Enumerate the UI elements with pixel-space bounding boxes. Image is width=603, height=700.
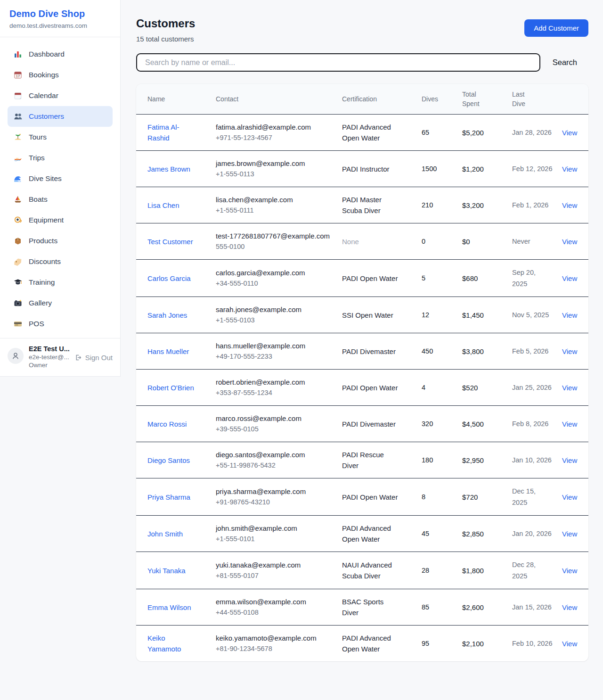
customer-phone: +55-11-99876-5432 (216, 460, 333, 471)
table-row: Yuki Tanaka yuki.tanaka@example.com +81-… (136, 552, 588, 589)
view-customer-link[interactable]: View (562, 347, 577, 355)
customer-dives: 5 (422, 274, 425, 282)
table-row: Test Customer test-1772681807767@example… (136, 223, 588, 260)
credit-card-icon (13, 319, 23, 329)
customer-email: test-1772681807767@example.com (216, 231, 333, 241)
customer-certification: PADI Advanced Open Water (342, 634, 391, 653)
user-role: Owner (29, 362, 69, 369)
sidebar-item-products[interactable]: Products (8, 231, 113, 251)
customer-name-link[interactable]: Hans Mueller (147, 347, 189, 355)
view-customer-link[interactable]: View (562, 165, 577, 173)
customers-table: Name Contact Certification Dives Total S… (136, 84, 588, 661)
sidebar-item-calendar[interactable]: Calendar (8, 85, 113, 106)
wave-icon (13, 174, 23, 183)
customer-last-dive: Jan 25, 2026 (512, 384, 552, 391)
sidebar-item-trips[interactable]: Trips (8, 148, 113, 168)
view-customer-link[interactable]: View (562, 274, 577, 282)
customer-email: marco.rossi@example.com (216, 413, 333, 424)
user-name: E2E Test U... (29, 345, 69, 353)
customer-name-link[interactable]: Lisa Chen (147, 201, 179, 209)
view-customer-link[interactable]: View (562, 384, 577, 392)
table-header-row: Name Contact Certification Dives Total S… (136, 84, 588, 115)
add-customer-button[interactable]: Add Customer (524, 19, 588, 37)
view-customer-link[interactable]: View (562, 640, 577, 648)
view-customer-link[interactable]: View (562, 567, 577, 575)
sidebar-item-dive-sites[interactable]: Dive Sites (8, 168, 113, 189)
search-bar: Search (136, 53, 588, 72)
customer-name-link[interactable]: Fatima Al-Rashid (147, 123, 179, 142)
sidebar-item-training[interactable]: Training (8, 272, 113, 293)
sign-out-icon (74, 354, 82, 362)
sidebar: Demo Dive Shop demo.test.divestreams.com… (0, 0, 121, 377)
customer-dives: 180 (422, 456, 433, 464)
customer-name-link[interactable]: Test Customer (147, 238, 193, 246)
customer-phone: +1-555-0101 (216, 534, 333, 544)
customer-last-dive: Feb 10, 2026 (512, 640, 552, 647)
customer-dives: 1500 (422, 165, 437, 173)
sidebar-item-dashboard[interactable]: Dashboard (8, 44, 113, 65)
customer-phone: +34-555-0110 (216, 278, 333, 289)
person-icon (11, 351, 20, 361)
user-section: E2E Test U... e2e-tester@... Owner Sign … (0, 338, 120, 376)
customer-name-link[interactable]: Marco Rossi (147, 420, 187, 428)
customer-total-spent: $2,600 (462, 603, 484, 611)
customer-name-link[interactable]: Keiko Yamamoto (147, 634, 181, 653)
customer-name-link[interactable]: Diego Santos (147, 456, 190, 464)
table-row: Carlos Garcia carlos.garcia@example.com … (136, 260, 588, 297)
customer-name-link[interactable]: Priya Sharma (147, 493, 190, 501)
customer-certification: None (342, 238, 359, 246)
view-customer-link[interactable]: View (562, 129, 577, 137)
customer-name-link[interactable]: Emma Wilson (147, 603, 191, 611)
customer-phone: +49-170-555-2233 (216, 351, 333, 362)
sidebar-item-equipment[interactable]: Equipment (8, 210, 113, 231)
customer-name-link[interactable]: Robert O'Brien (147, 384, 194, 392)
sign-out-button[interactable]: Sign Out (74, 354, 113, 362)
customer-total-spent: $1,200 (462, 165, 484, 173)
customer-email: carlos.garcia@example.com (216, 267, 333, 278)
search-input[interactable] (136, 53, 540, 72)
sidebar-item-customers[interactable]: Customers (8, 106, 113, 127)
camera-icon (13, 298, 23, 308)
sidebar-item-tours[interactable]: Tours (8, 127, 113, 148)
customer-email: sarah.jones@example.com (216, 304, 333, 315)
customer-email: john.smith@example.com (216, 523, 333, 534)
customer-phone: 555-0100 (216, 241, 333, 252)
customer-phone: +44-555-0108 (216, 607, 333, 618)
sidebar-item-bookings[interactable]: 17 Bookings (8, 65, 113, 85)
view-customer-link[interactable]: View (562, 311, 577, 319)
table-row: John Smith john.smith@example.com +1-555… (136, 516, 588, 552)
avatar (8, 348, 24, 364)
customer-total-spent: $5,200 (462, 129, 484, 137)
customer-name-link[interactable]: Carlos Garcia (147, 274, 191, 282)
table-row: Sarah Jones sarah.jones@example.com +1-5… (136, 297, 588, 333)
table-row: James Brown james.brown@example.com +1-5… (136, 151, 588, 187)
view-customer-link[interactable]: View (562, 456, 577, 464)
svg-text:17: 17 (16, 74, 20, 78)
customer-name-link[interactable]: Sarah Jones (147, 311, 187, 319)
sidebar-item-boats[interactable]: Boats (8, 189, 113, 210)
view-customer-link[interactable]: View (562, 201, 577, 209)
column-header-certification: Certification (336, 84, 416, 115)
customer-phone: +1-555-0113 (216, 169, 333, 180)
view-customer-link[interactable]: View (562, 530, 577, 538)
shop-header: Demo Dive Shop demo.test.divestreams.com (0, 0, 120, 37)
view-customer-link[interactable]: View (562, 238, 577, 246)
sailboat-icon (13, 195, 23, 204)
customer-phone: +1-555-0111 (216, 205, 333, 216)
sidebar-item-discounts[interactable]: Discounts (8, 251, 113, 272)
customer-name-link[interactable]: John Smith (147, 530, 183, 538)
view-customer-link[interactable]: View (562, 603, 577, 611)
customer-last-dive: Dec 28, 2025 (512, 561, 536, 580)
view-customer-link[interactable]: View (562, 420, 577, 428)
customer-last-dive: Jan 15, 2026 (512, 603, 552, 611)
search-button[interactable]: Search (540, 58, 588, 67)
sidebar-item-pos[interactable]: POS (8, 313, 113, 334)
customer-certification: NAUI Advanced Scuba Diver (342, 561, 392, 580)
user-email: e2e-tester@... (29, 354, 69, 361)
customer-name-link[interactable]: James Brown (147, 165, 190, 173)
view-customer-link[interactable]: View (562, 493, 577, 501)
customer-phone: +1-555-0103 (216, 315, 333, 326)
customer-name-link[interactable]: Yuki Tanaka (147, 567, 186, 575)
sidebar-nav: Dashboard 17 Bookings Calendar Customers… (0, 37, 120, 338)
sidebar-item-gallery[interactable]: Gallery (8, 293, 113, 313)
